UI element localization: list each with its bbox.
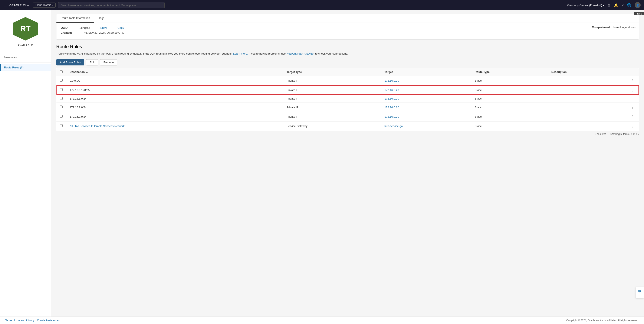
target-cell: 172.16.0.20 [381,103,471,112]
help-icon[interactable]: ? [622,3,624,7]
help-widget-label: ⋮⋮ [638,294,642,296]
target-cell: 172.16.0.20 [381,85,471,95]
target-link[interactable]: 172.16.0.20 [384,106,399,109]
region-selector[interactable]: Germany Central (Frankfurt) ▾ [567,4,604,7]
destination-cell: 0.0.0.0/0 [66,76,283,85]
route-rules-title: Route Rules [56,44,639,50]
tab-tags[interactable]: Tags [94,14,108,23]
help-widget[interactable]: ⊕ ⋮⋮ [636,287,644,298]
info-card-tabs: Route Table Information Tags [56,14,639,23]
info-card-body: OCID: ...ohqcaq Show Copy Created: Thu, … [56,23,639,40]
user-avatar[interactable]: 👤 [635,2,640,8]
tab-route-table-information[interactable]: Route Table Information [56,14,94,23]
help-widget-icon: ⊕ [638,289,642,293]
terms-link[interactable]: Terms of Use and Privacy [5,319,34,322]
cloud-text: Cloud [23,4,30,7]
copy-ocid-link[interactable]: Copy [118,26,124,30]
sidebar-divider-2 [0,62,51,63]
ocid-value: ...ohqcaq [79,26,90,30]
pagination-info: 0 selected Showing 6 items ‹ 1 of 1 › [56,131,639,137]
route-rules-table: Destination ▲ Target Type Target Route T… [56,68,639,131]
row-checkbox[interactable] [60,115,62,118]
target-type-cell: Private IP [283,85,381,95]
target-link[interactable]: 172.16.0.20 [384,79,399,82]
cloud-classic-button[interactable]: Cloud Classic › [33,3,56,8]
target-link[interactable]: 172.16.0.20 [384,97,399,100]
target-type-cell: Private IP [283,76,381,85]
target-link[interactable]: hub-service-gw [384,125,403,128]
footer-copyright: Copyright © 2024, Oracle and/or its affi… [566,319,639,322]
action-cell: ⋮ [626,76,639,85]
description-cell [548,103,626,112]
created-label: Created: [61,31,72,34]
sidebar-item-route-rules[interactable]: Route Rules (6) [0,64,51,71]
target-cell: 172.16.0.20 [381,112,471,121]
row-checkbox[interactable] [60,124,62,127]
table-row: 0.0.0.0/0 Private IP 172.16.0.20 Static … [56,76,639,85]
destination-link[interactable]: All FRA Services In Oracle Services Netw… [70,125,124,128]
row-actions-button[interactable]: ⋮ [629,78,635,83]
add-route-rules-button[interactable]: Add Route Rules [56,59,84,66]
row-actions-button[interactable]: ⋮ [629,124,635,129]
ocid-label: OCID: [61,26,68,30]
row-checkbox[interactable] [60,106,62,108]
search-input[interactable] [58,2,164,8]
remove-button[interactable]: Remove [100,59,117,66]
target-type-cell: Private IP [283,95,381,103]
description-cell [548,76,626,85]
footer-left: Terms of Use and Privacy Cookie Preferen… [5,319,60,322]
target-type-header: Target Type [283,68,381,76]
row-actions-button[interactable]: ⋮ [629,88,635,93]
left-sidebar: RT AVAILABLE Resources Route Rules (6) [0,10,51,324]
main-layout: RT AVAILABLE Resources Route Rules (6) R… [0,10,644,324]
row-actions-button[interactable]: ⋮ [629,105,635,110]
content-area: Route Table Information Tags OCID: ...oh… [51,10,644,324]
table-row: 172.16.1.0/24 Private IP 172.16.0.20 Sta… [56,95,639,103]
network-path-analyzer-link[interactable]: Network Path Analyzer [286,52,314,55]
action-cell: ⋮ [626,121,639,131]
row-checkbox[interactable] [60,88,62,91]
row-checkbox-cell [56,103,66,112]
oracle-logo: ORACLE Cloud [9,4,30,7]
target-cell: 172.16.0.20 [381,95,471,103]
action-cell [626,95,639,103]
action-cell: ⋮ [626,85,639,95]
row-checkbox[interactable] [60,97,62,100]
row-checkbox-cell [56,95,66,103]
show-ocid-link[interactable]: Show [100,26,107,30]
row-actions-button[interactable]: ⋮ [629,114,635,119]
row-checkbox-cell [56,85,66,95]
destination-cell: 172.16.1.0/24 [66,95,283,103]
route-type-cell: Static [471,85,548,95]
sidebar-divider [0,52,51,52]
globe-icon[interactable]: 🌐 [627,3,631,7]
sort-arrow-icon: ▲ [86,70,88,74]
target-cell: 172.16.0.20 [381,76,471,85]
destination-cell: 172.16.3.0/24 [66,112,283,121]
chevron-down-icon: ▾ [603,4,604,7]
table-row: 172.16.2.0/24 Private IP 172.16.0.20 Sta… [56,103,639,112]
console-icon[interactable]: ⊡ [608,3,610,7]
bell-icon[interactable]: 🔔 [614,3,618,7]
destination-header[interactable]: Destination ▲ [66,68,283,76]
select-all-checkbox[interactable] [60,70,62,73]
row-checkbox-cell [56,76,66,85]
route-type-cell: Static [471,121,548,131]
cookie-preferences-link[interactable]: Cookie Preferences [37,319,60,322]
table-body: 0.0.0.0/0 Private IP 172.16.0.20 Static … [56,76,639,131]
target-link[interactable]: 172.16.0.20 [384,115,399,118]
route-type-cell: Static [471,103,548,112]
route-rules-description: Traffic within the VCN is handled by the… [56,52,639,56]
table-header-row: Destination ▲ Target Type Target Route T… [56,68,639,76]
learn-more-link[interactable]: Learn more. [233,52,248,55]
actions-header [626,68,639,76]
edit-button[interactable]: Edit [86,59,98,66]
hamburger-menu-icon[interactable]: ☰ [4,3,7,8]
info-card: Route Table Information Tags OCID: ...oh… [56,14,639,40]
row-checkbox-cell [56,121,66,131]
target-header: Target [381,68,471,76]
row-checkbox[interactable] [60,79,62,82]
route-type-cell: Static [471,95,548,103]
select-all-header [56,68,66,76]
target-link[interactable]: 172.16.0.20 [384,89,399,92]
